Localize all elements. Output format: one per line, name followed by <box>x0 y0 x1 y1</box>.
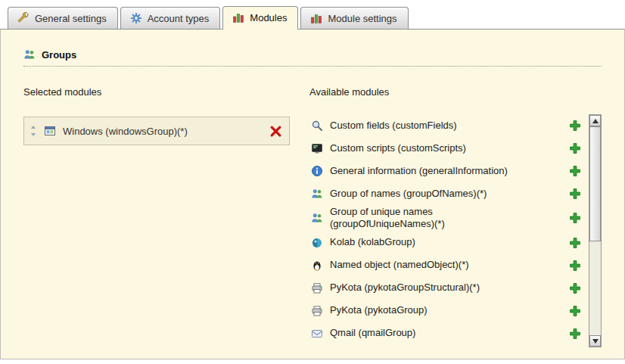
available-module-row: General information (generalInformation) <box>309 160 584 182</box>
group-icon <box>23 48 36 61</box>
tab-label: General settings <box>35 13 107 24</box>
gears-icon <box>130 12 142 24</box>
add-module-button[interactable] <box>569 165 581 177</box>
available-modules-area: Custom fields (customFields) Custom scri… <box>309 114 602 347</box>
info-icon <box>311 165 323 177</box>
group-icon <box>311 188 323 200</box>
scroll-down-button[interactable] <box>589 335 601 347</box>
selected-module-row: Windows (windowsGroup)(*) <box>23 117 290 145</box>
available-modules-heading: Available modules <box>309 86 602 98</box>
available-module-label: Custom fields (customFields) <box>330 120 528 132</box>
add-module-button[interactable] <box>569 212 581 224</box>
available-module-label: Custom scripts (customScripts) <box>330 142 528 154</box>
drag-handle[interactable] <box>30 125 37 137</box>
tab-bar: General settings Account types Modules M… <box>0 0 625 29</box>
available-modules-column: Available modules Custom fields (customF… <box>309 67 602 347</box>
available-module-label: General information (generalInformation) <box>330 165 528 177</box>
available-module-label: Qmail (qmailGroup) <box>330 327 528 339</box>
add-module-button[interactable] <box>569 142 581 154</box>
selected-modules-heading: Selected modules <box>23 86 309 98</box>
scrollbar-thumb[interactable] <box>589 126 601 241</box>
groups-section-heading: Groups <box>23 48 602 67</box>
printer-icon <box>311 282 323 294</box>
selected-modules-column: Selected modules Windows (windowsGroup)(… <box>23 67 309 347</box>
available-module-label: Group of unique names (groupOfUniqueName… <box>330 206 528 231</box>
available-module-label: PyKota (pykotaGroupStructural)(*) <box>330 282 528 294</box>
lam-configuration-page: General settings Account types Modules M… <box>0 0 625 364</box>
tab-label: Account types <box>148 13 210 24</box>
add-module-button[interactable] <box>569 328 581 340</box>
modules-columns: Selected modules Windows (windowsGroup)(… <box>1 67 624 347</box>
available-module-row: Custom scripts (customScripts) <box>309 137 584 160</box>
windows-module-icon <box>44 125 56 137</box>
printer-icon <box>311 305 323 317</box>
tab-module-settings[interactable]: Module settings <box>300 7 408 29</box>
available-module-row: PyKota (pykotaGroup) <box>309 300 584 322</box>
kolab-icon <box>311 237 323 249</box>
section-title: Groups <box>42 49 76 61</box>
magnifier-icon <box>311 120 323 132</box>
add-module-button[interactable] <box>569 282 581 294</box>
scroll-up-button[interactable] <box>589 115 601 126</box>
tab-label: Module settings <box>328 13 396 24</box>
available-module-label: Kolab (kolabGroup) <box>330 236 528 248</box>
wrench-icon <box>17 12 30 24</box>
modules-icon <box>232 11 244 23</box>
envelope-icon <box>311 328 323 340</box>
remove-module-button[interactable] <box>269 125 282 138</box>
tab-general-settings[interactable]: General settings <box>8 7 118 29</box>
penguin-icon <box>311 260 323 272</box>
available-module-row: Group of unique names (groupOfUniqueName… <box>309 205 584 232</box>
add-module-button[interactable] <box>569 237 581 249</box>
add-module-button[interactable] <box>569 260 581 272</box>
available-module-row: Custom fields (customFields) <box>309 114 584 137</box>
available-modules-list: Custom fields (customFields) Custom scri… <box>309 114 584 345</box>
tab-modules[interactable]: Modules <box>222 6 298 30</box>
add-module-button[interactable] <box>569 305 581 317</box>
modules-icon <box>310 12 322 24</box>
tab-label: Modules <box>250 12 287 23</box>
available-module-label: PyKota (pykotaGroup) <box>330 304 528 316</box>
selected-modules-list: Windows (windowsGroup)(*) <box>23 117 309 145</box>
available-module-row: Kolab (kolabGroup) <box>309 232 584 254</box>
available-module-row: Named object (namedObject)(*) <box>309 254 584 277</box>
selected-module-label: Windows (windowsGroup)(*) <box>63 126 263 137</box>
content-panel: Groups Selected modules Windows (windows… <box>0 29 625 359</box>
tab-account-types[interactable]: Account types <box>120 7 221 29</box>
available-module-row: PyKota (pykotaGroupStructural)(*) <box>309 277 584 300</box>
scrollbar[interactable] <box>589 114 602 347</box>
available-module-label: Named object (namedObject)(*) <box>330 259 528 271</box>
available-module-row: Group of names (groupOfNames)(*) <box>309 182 584 205</box>
available-module-row: Qmail (qmailGroup) <box>309 322 584 345</box>
add-module-button[interactable] <box>569 120 581 132</box>
available-module-label: Group of names (groupOfNames)(*) <box>330 188 528 200</box>
add-module-button[interactable] <box>569 188 581 200</box>
screen-icon <box>311 142 323 154</box>
group-icon <box>311 212 323 224</box>
